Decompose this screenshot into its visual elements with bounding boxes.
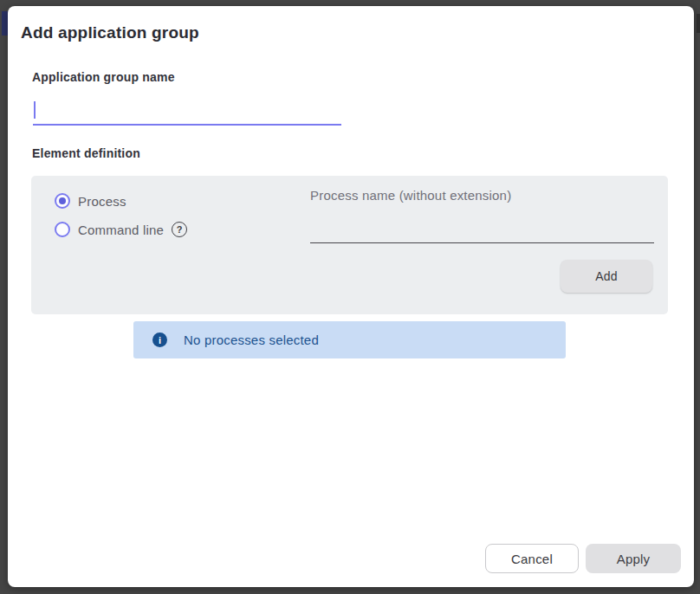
help-icon[interactable]: ? (172, 222, 187, 237)
info-banner: i No processes selected (133, 321, 566, 358)
process-name-label: Process name (without extension) (310, 188, 511, 203)
element-definition-panel: Process Command line ? Process name (wit… (31, 176, 668, 314)
radio-process-label: Process (78, 194, 126, 209)
radio-dot (59, 197, 66, 204)
radio-process[interactable]: Process (55, 193, 126, 209)
radio-command-line-label: Command line (78, 223, 164, 237)
add-button[interactable]: Add (561, 260, 652, 293)
group-name-input[interactable] (33, 95, 341, 126)
background-scrollbar-thumb (697, 14, 700, 33)
background-nav-sliver (2, 11, 8, 36)
radio-unselected-icon (55, 222, 70, 237)
info-banner-text: No processes selected (184, 333, 319, 347)
cancel-button[interactable]: Cancel (485, 544, 579, 573)
element-definition-label: Element definition (32, 146, 140, 160)
process-name-input[interactable] (310, 216, 654, 243)
text-cursor (34, 101, 36, 119)
radio-selected-icon (55, 193, 70, 209)
screen: { "dialog": { "title": "Add application … (0, 0, 700, 594)
group-name-label: Application group name (32, 70, 175, 84)
add-application-group-dialog: Add application group Application group … (8, 6, 694, 587)
info-icon: i (152, 333, 167, 347)
dialog-title: Add application group (21, 23, 199, 42)
radio-command-line[interactable]: Command line ? (55, 222, 187, 237)
apply-button[interactable]: Apply (586, 544, 681, 573)
